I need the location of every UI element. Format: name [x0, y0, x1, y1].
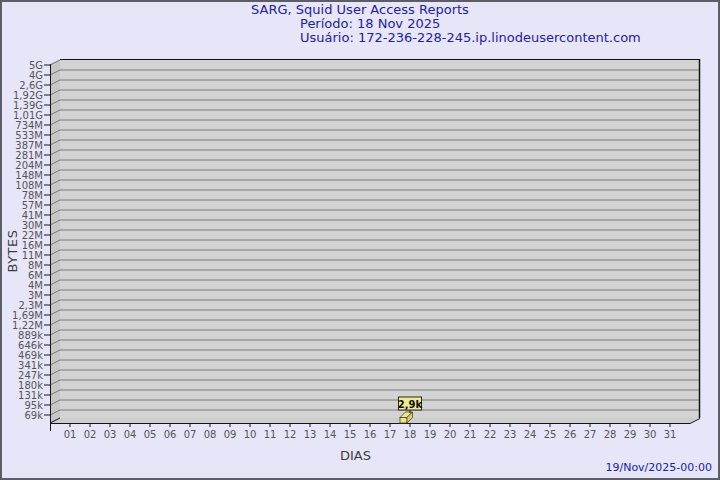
x-tick-label: 12: [284, 429, 297, 440]
x-tick-label: 13: [304, 429, 317, 440]
x-tick-label: 26: [564, 429, 577, 440]
x-tick-label: 01: [64, 429, 77, 440]
x-tick-label: 22: [484, 429, 497, 440]
x-tick-label: 14: [324, 429, 337, 440]
x-tick-label: 15: [344, 429, 357, 440]
x-tick-label: 30: [644, 429, 657, 440]
x-tick-label: 03: [104, 429, 117, 440]
x-tick-label: 18: [404, 429, 417, 440]
x-tick-label: 27: [584, 429, 597, 440]
plot-floor: [50, 418, 700, 423]
sarg-report-window: SARG, Squid User Access Reports Período:…: [0, 0, 720, 480]
x-tick-label: 04: [124, 429, 137, 440]
x-tick-label: 17: [384, 429, 397, 440]
x-tick-label: 24: [524, 429, 537, 440]
x-tick-label: 19: [424, 429, 437, 440]
x-tick-label: 10: [244, 429, 257, 440]
x-tick-label: 08: [204, 429, 217, 440]
x-tick-label: 07: [184, 429, 197, 440]
x-axis-title: DIAS: [340, 448, 371, 463]
bar-value-label: 2,9k: [398, 399, 423, 410]
x-tick-label: 29: [624, 429, 637, 440]
bar-front-face: [400, 418, 407, 424]
access-report-bar-chart: 5G4G2,6G1,92G1,39G1,01G734M533M387M281M2…: [0, 0, 720, 480]
x-tick-label: 28: [604, 429, 617, 440]
x-tick-label: 23: [504, 429, 517, 440]
x-tick-label: 02: [84, 429, 97, 440]
x-tick-label: 11: [264, 429, 277, 440]
x-tick-label: 21: [464, 429, 477, 440]
x-tick-label: 09: [224, 429, 237, 440]
y-tick-label: 69k: [24, 410, 43, 421]
generated-timestamp: 19/Nov/2025-00:00: [605, 461, 712, 474]
x-tick-label: 31: [664, 429, 677, 440]
x-tick-label: 25: [544, 429, 557, 440]
x-tick-label: 06: [164, 429, 177, 440]
x-tick-label: 20: [444, 429, 457, 440]
plot-back-wall: [60, 59, 700, 418]
x-tick-label: 16: [364, 429, 377, 440]
x-tick-label: 05: [144, 429, 157, 440]
